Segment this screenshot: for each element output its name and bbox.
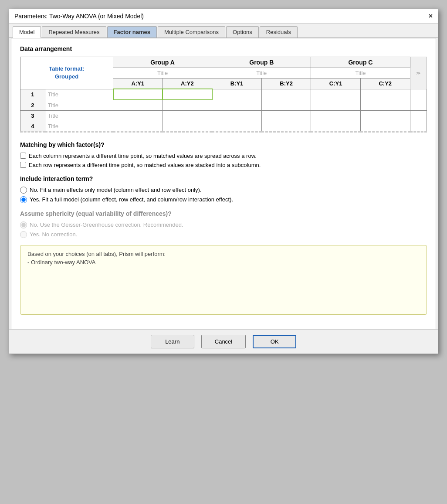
row-title-3: Title <box>45 110 113 121</box>
table-row: 2 Title <box>20 100 427 110</box>
cell-1-by1 <box>212 89 262 100</box>
cell-2-ay1 <box>113 100 163 110</box>
cell-3-cy1 <box>311 110 361 121</box>
info-box: Based on your choices (on all tabs), Pri… <box>20 245 427 315</box>
matching-section: Matching by which factor(s)? Each column… <box>20 141 427 168</box>
cell-4-by2 <box>261 121 311 132</box>
cancel-button[interactable]: Cancel <box>201 335 246 348</box>
yes-sphericity-row: Yes. No correction. <box>20 231 427 238</box>
group-c-header: Group C <box>311 57 410 68</box>
cell-2-cy2 <box>360 100 410 110</box>
no-interaction-radio[interactable] <box>20 187 27 194</box>
data-table: Table format: Grouped Group A Group B Gr… <box>20 57 427 133</box>
cell-1-by2 <box>261 89 311 100</box>
tab-residuals[interactable]: Residuals <box>260 26 298 37</box>
match-row-label: Each row represents a different time poi… <box>29 162 261 168</box>
cell-2-by1 <box>212 100 262 110</box>
data-arrangement-section: Data arrangement T <box>20 45 427 133</box>
tab-bar: Model Repeated Measures Factor names Mul… <box>9 24 438 38</box>
cell-2-by2 <box>261 100 311 110</box>
match-option-2-row: Each row represents a different time poi… <box>20 162 427 168</box>
input-1-ay1[interactable] <box>117 92 159 98</box>
group-a-header: Group A <box>113 57 212 68</box>
no-interaction-row: No. Fit a main effects only model (colum… <box>20 187 427 194</box>
row-title-1: Title <box>45 89 113 100</box>
col-ay2: A:Y2 <box>163 78 212 89</box>
row-title-2: Title <box>45 100 113 110</box>
group-a-subtitle: Title <box>113 68 212 78</box>
cell-1-cy2 <box>360 89 410 100</box>
title-bar: Parameters: Two-Way ANOVA (or Mixed Mode… <box>9 9 438 24</box>
col-cy2: C:Y2 <box>360 78 410 89</box>
yes-interaction-row: Yes. Fit a full model (column effect, ro… <box>20 196 427 203</box>
tab-model[interactable]: Model <box>13 26 41 38</box>
cell-3-cy2 <box>360 110 410 121</box>
cell-3-ay1 <box>113 110 163 121</box>
input-1-ay2[interactable] <box>166 92 208 98</box>
yes-sphericity-label: Yes. No correction. <box>30 231 77 238</box>
col-cy1: C:Y1 <box>311 78 361 89</box>
data-arrangement-title: Data arrangement <box>20 45 427 52</box>
main-content: Data arrangement T <box>11 38 436 329</box>
col-ay1: A:Y1 <box>113 78 163 89</box>
tab-options[interactable]: Options <box>226 26 259 37</box>
matching-title: Matching by which factor(s)? <box>20 141 427 148</box>
no-sphericity-row: No. Use the Geisser-Greenhouse correctio… <box>20 221 427 228</box>
cell-4-cy2 <box>360 121 410 132</box>
col-by2: B:Y2 <box>261 78 311 89</box>
row-num-3: 3 <box>20 110 45 121</box>
table-row: 1 Title <box>20 89 427 100</box>
no-sphericity-label: No. Use the Geisser-Greenhouse correctio… <box>30 221 183 228</box>
cell-3-by2 <box>261 110 311 121</box>
sphericity-section: Assume sphericity (equal variability of … <box>20 210 427 238</box>
sphericity-title: Assume sphericity (equal variability of … <box>20 210 427 217</box>
table-row: 4 Title <box>20 121 427 132</box>
dialog-title: Parameters: Two-Way ANOVA (or Mixed Mode… <box>14 13 144 20</box>
tab-factor-names[interactable]: Factor names <box>107 26 157 37</box>
cell-1-cy1 <box>311 89 361 100</box>
tab-repeated-measures[interactable]: Repeated Measures <box>42 26 106 37</box>
match-col-checkbox[interactable] <box>20 153 26 159</box>
yes-interaction-radio[interactable] <box>20 196 27 203</box>
info-line2: - Ordinary two-way ANOVA <box>27 259 420 266</box>
no-sphericity-radio[interactable] <box>20 221 27 228</box>
cell-2-ay2 <box>163 100 212 110</box>
cell-3-by1 <box>212 110 262 121</box>
dialog: Parameters: Two-Way ANOVA (or Mixed Mode… <box>9 9 438 354</box>
table-format-cell: Table format: Grouped <box>20 57 113 89</box>
cell-2-cy1 <box>311 100 361 110</box>
match-option-1-row: Each column represents a different time … <box>20 153 427 159</box>
learn-button[interactable]: Learn <box>151 335 194 348</box>
table-row: 3 Title <box>20 110 427 121</box>
footer: Learn Cancel OK <box>9 329 438 354</box>
cell-1-ay1[interactable] <box>113 89 163 100</box>
yes-interaction-label: Yes. Fit a full model (column effect, ro… <box>30 196 233 203</box>
tab-multiple-comparisons[interactable]: Multiple Comparisons <box>158 26 225 37</box>
row-num-1: 1 <box>20 89 45 100</box>
cell-4-cy1 <box>311 121 361 132</box>
table-format-value: Grouped <box>55 73 78 80</box>
match-row-checkbox[interactable] <box>20 162 26 168</box>
cell-4-ay2 <box>163 121 212 132</box>
cell-4-ay1 <box>113 121 163 132</box>
row-num-2: 2 <box>20 100 45 110</box>
info-line1: Based on your choices (on all tabs), Pri… <box>27 251 420 257</box>
no-interaction-label: No. Fit a main effects only model (colum… <box>30 187 202 193</box>
group-c-subtitle: Title <box>311 68 410 78</box>
group-b-subtitle: Title <box>212 68 311 78</box>
interaction-section: Include interaction term? No. Fit a main… <box>20 175 427 203</box>
group-b-header: Group B <box>212 57 311 68</box>
col-by1: B:Y1 <box>212 78 262 89</box>
cell-3-ay2 <box>163 110 212 121</box>
table-format-label: Table format: <box>49 65 84 72</box>
cell-1-ay2[interactable] <box>163 89 212 100</box>
yes-sphericity-radio[interactable] <box>20 231 27 238</box>
cell-4-by1 <box>212 121 262 132</box>
close-button[interactable]: × <box>429 13 433 20</box>
interaction-title: Include interaction term? <box>20 175 427 182</box>
row-title-4: Title <box>45 121 113 132</box>
ok-button[interactable]: OK <box>253 335 296 348</box>
row-num-4: 4 <box>20 121 45 132</box>
match-col-label: Each column represents a different time … <box>29 153 257 159</box>
